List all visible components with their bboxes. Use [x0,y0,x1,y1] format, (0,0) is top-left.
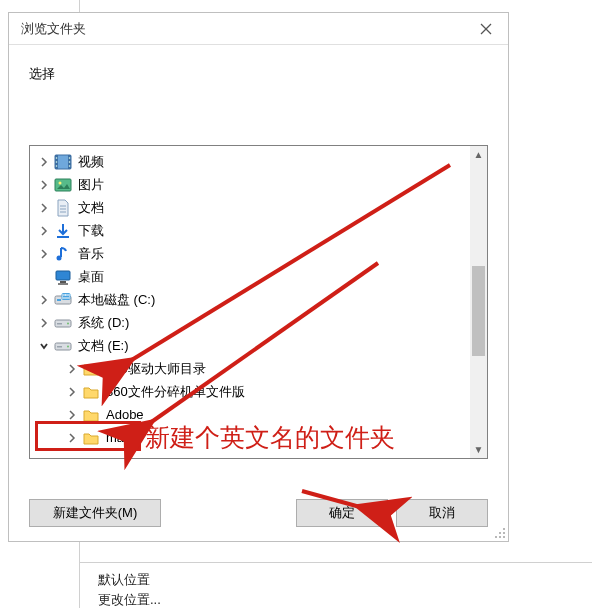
svg-point-35 [499,532,501,534]
svg-point-7 [56,165,58,167]
tree-item-label: 图片 [78,176,104,194]
svg-rect-18 [56,271,70,280]
chevron-right-icon[interactable] [36,249,52,259]
scroll-down-icon[interactable]: ▼ [470,441,487,458]
tree-item[interactable]: 音乐 [30,242,470,265]
drive-icon [54,337,72,355]
download-icon [54,222,72,240]
svg-rect-26 [63,296,69,297]
below-item-change[interactable]: 更改位置... [98,590,161,608]
scroll-thumb[interactable] [472,266,485,356]
svg-rect-30 [57,323,62,325]
tree-item[interactable]: Adobe [30,403,470,426]
svg-rect-11 [55,179,71,191]
svg-point-34 [503,528,505,530]
svg-point-17 [57,255,62,260]
tree-item-label: Adobe [106,407,144,422]
folder-icon [82,383,100,401]
tree-item-label: 文档 (E:) [78,337,129,355]
tree-item[interactable]: 视频 [30,150,470,173]
browse-folder-dialog: 浏览文件夹 选择 视频图片文档下载音乐桌面本地磁盘 (C:)系统 (D:)文档 … [8,12,509,542]
background-divider-horizontal [79,562,592,563]
svg-point-8 [69,157,71,159]
folder-tree: 视频图片文档下载音乐桌面本地磁盘 (C:)系统 (D:)文档 (E:)360驱动… [29,145,488,459]
tree-item[interactable]: 系统 (D:) [30,311,470,334]
chevron-right-icon[interactable] [36,318,52,328]
svg-point-38 [499,536,501,538]
chevron-right-icon[interactable] [36,180,52,190]
document-icon [54,199,72,217]
new-folder-button[interactable]: 新建文件夹(M) [29,499,161,527]
chevron-right-icon[interactable] [36,203,52,213]
chevron-right-icon[interactable] [64,387,80,397]
tree-item-label: 桌面 [78,268,104,286]
folder-icon [82,429,100,447]
tree-item-label: 360文件分碎机单文件版 [106,383,245,401]
chevron-right-icon[interactable] [64,433,80,443]
folder-icon [82,406,100,424]
tree-item[interactable]: 360文件分碎机单文件版 [30,380,470,403]
cancel-button[interactable]: 取消 [396,499,488,527]
tree-item[interactable]: maya [30,426,470,449]
svg-point-37 [495,536,497,538]
tree-item-label: 文档 [78,199,104,217]
tree-item[interactable]: 桌面 [30,265,470,288]
tree-item[interactable]: 本地磁盘 (C:) [30,288,470,311]
tree-item[interactable]: 文档 (E:) [30,334,470,357]
disk-icon [54,291,72,309]
svg-point-12 [59,181,62,184]
desktop-icon [54,268,72,286]
close-icon [480,23,492,35]
music-icon [54,245,72,263]
svg-point-29 [67,322,69,324]
scrollbar[interactable]: ▲ ▼ [470,146,487,458]
svg-rect-19 [60,281,66,283]
tree-item-label: 音乐 [78,245,104,263]
svg-point-32 [67,345,69,347]
svg-rect-27 [63,297,69,298]
chevron-right-icon[interactable] [64,410,80,420]
below-options: 默认位置 更改位置... [98,570,161,608]
below-item-default[interactable]: 默认位置 [98,570,161,590]
scroll-up-icon[interactable]: ▲ [470,146,487,163]
tree-item[interactable]: 图片 [30,173,470,196]
svg-rect-24 [63,294,66,295]
resize-grip-icon[interactable] [492,525,506,539]
chevron-down-icon[interactable] [36,341,52,351]
tree-item-label: maya [106,430,138,445]
svg-rect-22 [57,299,61,301]
dialog-title: 浏览文件夹 [21,20,86,38]
chevron-right-icon[interactable] [36,157,52,167]
svg-point-39 [503,536,505,538]
tree-item[interactable]: 下载 [30,219,470,242]
prompt-label: 选择 [9,45,508,91]
svg-rect-33 [57,346,62,348]
svg-point-9 [69,161,71,163]
titlebar: 浏览文件夹 [9,13,508,45]
tree-item[interactable]: 360驱动大师目录 [30,357,470,380]
tree-item-label: 系统 (D:) [78,314,129,332]
tree-item-label: 360驱动大师目录 [106,360,206,378]
chevron-right-icon[interactable] [64,364,80,374]
folder-icon [82,360,100,378]
picture-icon [54,176,72,194]
tree-item-label: 视频 [78,153,104,171]
tree-list: 视频图片文档下载音乐桌面本地磁盘 (C:)系统 (D:)文档 (E:)360驱动… [30,146,470,458]
svg-point-10 [69,165,71,167]
svg-point-36 [503,532,505,534]
drive-icon [54,314,72,332]
tree-item-label: 本地磁盘 (C:) [78,291,155,309]
chevron-right-icon[interactable] [36,226,52,236]
chevron-right-icon[interactable] [36,295,52,305]
svg-point-5 [56,157,58,159]
tree-item[interactable]: 文档 [30,196,470,219]
tree-item-label: 下载 [78,222,104,240]
close-button[interactable] [464,13,508,45]
ok-button[interactable]: 确定 [296,499,388,527]
svg-rect-25 [66,294,69,295]
video-icon [54,153,72,171]
button-row: 新建文件夹(M) 确定 取消 [29,499,488,527]
svg-point-6 [56,161,58,163]
